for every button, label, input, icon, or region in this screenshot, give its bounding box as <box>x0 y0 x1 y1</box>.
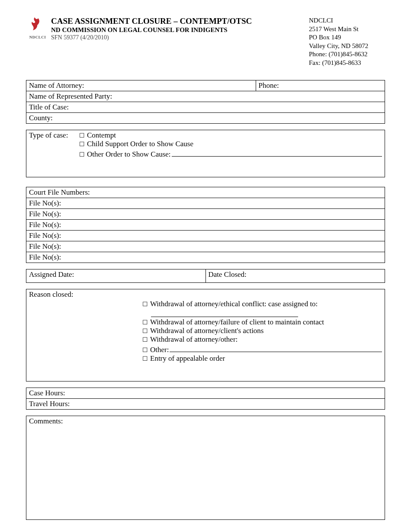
field-label: File No(s): <box>29 253 61 261</box>
attorney-table: Name of Attorney: Phone: Name of Represe… <box>26 80 385 124</box>
checkbox-icon: ☐ <box>142 346 149 354</box>
files-table: Court File Numbers: File No(s): File No(… <box>26 187 385 263</box>
checkbox-icon: ☐ <box>142 327 149 335</box>
file-no-cell[interactable]: File No(s): <box>26 252 385 263</box>
checkbox-icon: ☐ <box>142 336 149 343</box>
address-block: NDCLCI 2517 West Main St PO Box 149 Vall… <box>307 16 385 67</box>
file-no-cell[interactable]: File No(s): <box>26 219 385 230</box>
field-label: Title of Case: <box>29 103 69 111</box>
option-label: Withdrawal of attorney/client's actions <box>150 327 264 335</box>
field-label: Date Closed: <box>209 270 247 279</box>
form-sfn: SFN 59377 (4/20/2010) <box>51 34 307 41</box>
attorney-name-cell[interactable]: Name of Attorney: <box>26 80 256 91</box>
comments-cell[interactable]: Comments: <box>26 416 385 520</box>
option-label: Withdrawal of attorney/failure of client… <box>150 318 324 327</box>
phone-line: Phone: (701)845-8632 <box>309 50 385 59</box>
reason-option-withdrawal-other[interactable]: ☐Withdrawal of attorney/other: <box>142 335 382 344</box>
files-header-cell: Court File Numbers: <box>26 187 385 198</box>
field-label: File No(s): <box>29 221 61 229</box>
type-option-child-support[interactable]: ☐Child Support Order to Show Cause <box>79 140 382 148</box>
hours-table: Case Hours: Travel Hours: <box>26 388 385 410</box>
file-no-cell[interactable]: File No(s): <box>26 230 385 241</box>
field-label: Name of Attorney: <box>29 81 84 90</box>
type-label: Type of case: <box>29 131 79 159</box>
county-cell[interactable]: County: <box>26 113 385 124</box>
form-subtitle: ND COMMISSION ON LEGAL COUNSEL FOR INDIG… <box>51 26 307 34</box>
option-label: Entry of appealable order <box>150 354 225 363</box>
page-header: NDCLCI CASE ASSIGNMENT CLOSURE – CONTEMP… <box>26 16 385 67</box>
reason-cell: Reason closed: ☐Withdrawal of attorney/e… <box>26 289 385 381</box>
field-label: Comments: <box>29 417 63 425</box>
type-cell: Type of case: ☐Contempt ☐Child Support O… <box>26 130 385 177</box>
attorney-phone-cell[interactable]: Phone: <box>256 80 385 91</box>
checkbox-icon: ☐ <box>79 132 86 139</box>
org-name: NDCLCI <box>309 16 385 25</box>
addr-line: Valley City, ND 58072 <box>309 42 385 51</box>
field-label: Travel Hours: <box>29 400 70 408</box>
party-cell[interactable]: Name of Represented Party: <box>26 91 385 102</box>
field-label: Case Hours: <box>29 389 65 397</box>
checkbox-icon: ☐ <box>142 355 149 362</box>
field-label: File No(s): <box>29 199 61 207</box>
type-table: Type of case: ☐Contempt ☐Child Support O… <box>26 130 385 177</box>
travel-hours-cell[interactable]: Travel Hours: <box>26 399 385 410</box>
addr-line: 2517 West Main St <box>309 25 385 34</box>
case-hours-cell[interactable]: Case Hours: <box>26 388 385 399</box>
type-option-other[interactable]: ☐Other Order to Show Cause: <box>79 148 382 159</box>
reason-option-contact[interactable]: ☐Withdrawal of attorney/failure of clien… <box>142 318 382 327</box>
comments-table: Comments: <box>26 416 385 520</box>
checkbox-icon: ☐ <box>142 319 149 326</box>
field-label: Assigned Date: <box>29 270 74 279</box>
fill-line[interactable] <box>172 148 382 157</box>
option-label: Other Order to Show Cause: <box>87 150 171 159</box>
closed-date-cell[interactable]: Date Closed: <box>206 269 385 282</box>
file-no-cell[interactable]: File No(s): <box>26 208 385 219</box>
fax-line: Fax: (701)845-8633 <box>309 59 385 67</box>
option-label: Child Support Order to Show Cause <box>87 140 193 148</box>
field-label: Phone: <box>259 81 279 90</box>
title-block: CASE ASSIGNMENT CLOSURE – CONTEMPT/OTSC … <box>51 16 307 41</box>
reason-table: Reason closed: ☐Withdrawal of attorney/e… <box>26 289 385 381</box>
fill-line[interactable] <box>151 309 298 317</box>
field-label: Name of Represented Party: <box>29 92 112 100</box>
field-label: File No(s): <box>29 231 61 240</box>
checkbox-icon: ☐ <box>142 301 149 308</box>
logo-label: NDCLCI <box>26 35 49 39</box>
type-option-contempt[interactable]: ☐Contempt <box>79 131 382 140</box>
dates-table: Assigned Date: Date Closed: <box>26 269 385 283</box>
flame-icon <box>26 16 43 34</box>
option-label: Contempt <box>87 131 116 140</box>
assigned-date-cell[interactable]: Assigned Date: <box>26 269 206 282</box>
reason-option-actions[interactable]: ☐Withdrawal of attorney/client's actions <box>142 327 382 335</box>
form-title: CASE ASSIGNMENT CLOSURE – CONTEMPT/OTSC <box>51 16 307 26</box>
addr-line: PO Box 149 <box>309 33 385 42</box>
option-label: Other: <box>150 346 169 354</box>
reason-option-other[interactable]: ☐Other: <box>142 344 382 354</box>
reason-option-appealable[interactable]: ☐Entry of appealable order <box>142 354 382 363</box>
field-label: File No(s): <box>29 210 61 218</box>
fill-line[interactable] <box>170 344 382 352</box>
file-no-cell[interactable]: File No(s): <box>26 241 385 252</box>
field-label: File No(s): <box>29 242 61 250</box>
option-label: Withdrawal of attorney/other: <box>150 335 238 344</box>
file-no-cell[interactable]: File No(s): <box>26 198 385 208</box>
reason-label: Reason closed: <box>29 290 142 363</box>
case-title-cell[interactable]: Title of Case: <box>26 102 385 113</box>
reason-option-ethical[interactable]: ☐Withdrawal of attorney/ethical conflict… <box>142 300 382 308</box>
option-label: Withdrawal of attorney/ethical conflict:… <box>150 300 318 308</box>
checkbox-icon: ☐ <box>79 141 86 148</box>
checkbox-icon: ☐ <box>79 151 86 158</box>
logo: NDCLCI <box>26 16 49 39</box>
field-label: Court File Numbers: <box>29 188 90 196</box>
field-label: County: <box>29 114 53 122</box>
